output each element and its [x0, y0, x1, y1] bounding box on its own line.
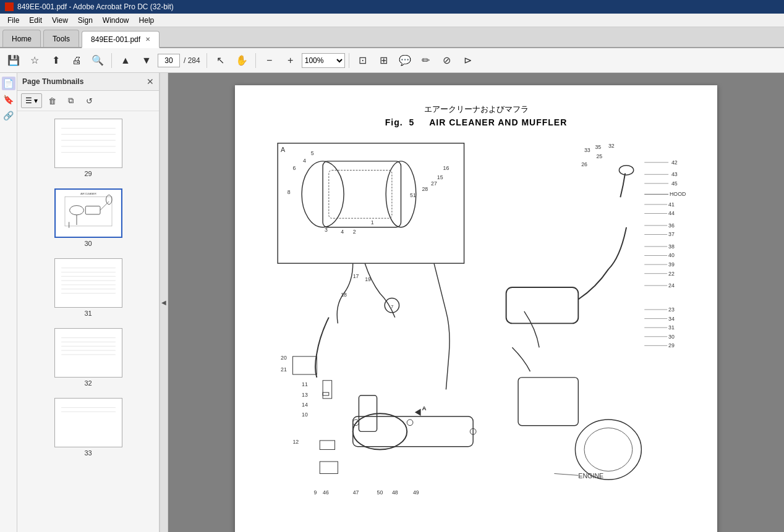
svg-text:27: 27 — [431, 180, 437, 187]
svg-text:A: A — [281, 146, 286, 153]
sidebar-delete-button[interactable]: 🗑 — [43, 93, 61, 108]
svg-text:45: 45 — [671, 180, 678, 187]
left-icon-bookmarks[interactable]: 🔖 — [2, 93, 15, 106]
thumbnail-img-30: AIR CLEANER — [54, 188, 122, 238]
save-button[interactable]: 💾 — [4, 51, 23, 70]
svg-rect-35 — [323, 161, 401, 227]
left-icon-pages[interactable]: 📄 — [2, 77, 15, 90]
figure-label: Fig. — [385, 117, 403, 127]
svg-rect-29 — [55, 399, 121, 447]
tab-tools[interactable]: Tools — [43, 30, 79, 47]
left-icon-links[interactable]: 🔗 — [2, 109, 15, 122]
svg-text:32: 32 — [608, 143, 615, 149]
svg-text:4: 4 — [303, 158, 306, 164]
zoom-in-button[interactable]: + — [281, 51, 300, 70]
redact-button[interactable]: ⊘ — [437, 51, 457, 70]
svg-text:16: 16 — [443, 165, 450, 171]
page-number-input[interactable] — [158, 54, 180, 67]
sidebar-title: Page Thumbnails — [22, 77, 83, 86]
svg-rect-0 — [55, 119, 121, 167]
separator-4 — [349, 53, 349, 68]
hand-tool-button[interactable]: ✋ — [232, 51, 252, 70]
menu-view[interactable]: View — [47, 15, 73, 26]
svg-text:30: 30 — [668, 334, 675, 340]
bookmark-button[interactable]: ☆ — [25, 51, 45, 70]
svg-text:41: 41 — [668, 201, 675, 208]
pdf-content-area[interactable]: エアークリーナおよびマフラ Fig. 5 AIR CLEANER AND MUF… — [168, 73, 784, 532]
titlebar-text: 849EE-001.pdf - Adobe Acrobat Pro DC (32… — [17, 2, 174, 11]
svg-text:39: 39 — [668, 261, 675, 268]
separator-1 — [111, 53, 112, 68]
svg-text:38: 38 — [668, 243, 675, 250]
prev-page-button[interactable]: ▲ — [116, 51, 135, 70]
sidebar-copy-button[interactable]: ⧉ — [62, 93, 79, 108]
highlight-button[interactable]: ✏ — [416, 51, 436, 70]
svg-text:25: 25 — [596, 153, 602, 159]
svg-text:3: 3 — [325, 227, 328, 233]
svg-text:29: 29 — [668, 342, 675, 348]
svg-text:17: 17 — [353, 273, 359, 279]
svg-text:42: 42 — [671, 159, 678, 166]
next-page-button[interactable]: ▼ — [137, 51, 156, 70]
svg-text:44: 44 — [668, 210, 675, 216]
menu-sign[interactable]: Sign — [73, 15, 98, 26]
svg-point-120 — [575, 420, 641, 479]
svg-rect-125 — [320, 441, 334, 450]
thumbnail-30[interactable]: AIR CLEANER 30 — [20, 186, 156, 250]
thumbnail-33[interactable]: 33 — [20, 395, 156, 459]
svg-text:19: 19 — [365, 276, 371, 282]
svg-text:4: 4 — [341, 229, 344, 235]
left-icon-panel: 📄 🔖 🔗 — [0, 73, 17, 532]
svg-text:12: 12 — [292, 439, 299, 445]
thumbnail-31[interactable]: 31 — [20, 256, 156, 319]
tab-close-icon[interactable]: ✕ — [145, 36, 150, 43]
svg-point-121 — [584, 428, 633, 471]
svg-text:49: 49 — [413, 489, 419, 496]
upload-button[interactable]: ⬆ — [46, 51, 66, 70]
titlebar: 849EE-001.pdf - Adobe Acrobat Pro DC (32… — [0, 0, 784, 14]
cursor-tool-button[interactable]: ↖ — [211, 51, 231, 70]
fit-page-button[interactable]: ⊡ — [353, 51, 373, 70]
svg-text:23: 23 — [668, 306, 675, 313]
menu-window[interactable]: Window — [98, 15, 134, 26]
zoom-select[interactable]: 50% 75% 100% 125% 150% 200% — [302, 53, 345, 68]
thumbnail-29[interactable]: 29 — [20, 116, 156, 180]
svg-text:48: 48 — [392, 489, 398, 496]
menubar: File Edit View Sign Window Help — [0, 14, 784, 27]
zoom-out-button[interactable]: − — [260, 51, 279, 70]
tab-home-label: Home — [12, 35, 32, 43]
svg-text:A: A — [422, 405, 427, 412]
svg-rect-15 — [55, 259, 121, 307]
tab-pdf[interactable]: 849EE-001.pdf ✕ — [82, 31, 160, 48]
sidebar-options-button[interactable]: ☰ ▾ — [21, 93, 42, 108]
svg-marker-116 — [415, 408, 421, 416]
svg-rect-119 — [518, 378, 578, 426]
thumbnail-32[interactable]: 32 — [20, 326, 156, 389]
svg-text:10: 10 — [302, 412, 308, 418]
print-button[interactable]: 🖨 — [67, 51, 87, 70]
tab-home[interactable]: Home — [2, 30, 41, 47]
sidebar-close-button[interactable]: ✕ — [147, 77, 154, 87]
svg-rect-113 — [323, 392, 329, 395]
toolbar: 💾 ☆ ⬆ 🖨 🔍 ▲ ▼ / 284 ↖ ✋ − + 50% 75% 100%… — [0, 48, 784, 73]
diagram-container: A 6 4 5 8 3 4 2 1 — [260, 137, 692, 530]
separator-2 — [207, 53, 207, 68]
svg-text:21: 21 — [281, 366, 287, 373]
diagram-title-text: AIR CLEANER AND MUFFLER — [429, 117, 567, 127]
thumbnail-label-29: 29 — [84, 170, 92, 177]
comment-button[interactable]: 💬 — [395, 51, 415, 70]
sidebar: Page Thumbnails ✕ ☰ ▾ 🗑 ⧉ ↺ — [17, 73, 160, 532]
fit-width-button[interactable]: ⊞ — [374, 51, 394, 70]
svg-text:35: 35 — [595, 144, 601, 150]
svg-text:34: 34 — [668, 316, 675, 322]
sidebar-collapse-button[interactable]: ◀ — [160, 73, 168, 532]
sidebar-rotate-button[interactable]: ↺ — [80, 93, 98, 108]
find-button[interactable]: 🔍 — [88, 51, 108, 70]
menu-edit[interactable]: Edit — [24, 15, 47, 26]
svg-text:37: 37 — [668, 231, 675, 237]
thumbnail-list: 29 AIR CLEANER — [17, 111, 159, 532]
sidebar-options-dropdown[interactable]: ☰ ▾ — [21, 93, 42, 108]
menu-file[interactable]: File — [2, 15, 24, 26]
menu-help[interactable]: Help — [134, 15, 160, 26]
more-tools-button[interactable]: ⊳ — [458, 51, 478, 70]
